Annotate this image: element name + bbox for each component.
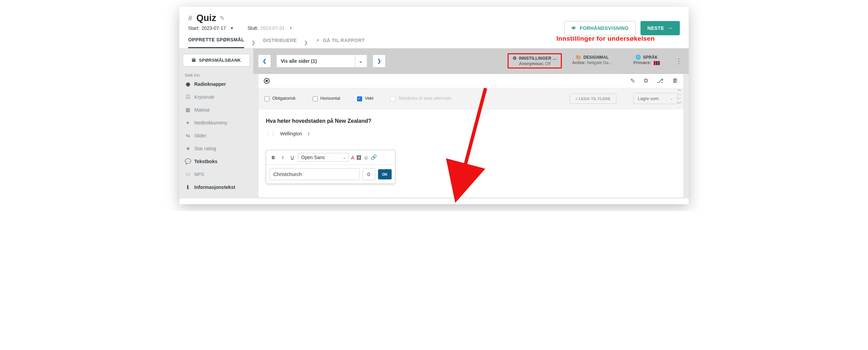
question-body: Hva heter hovedstaden på New Zealand? ⋮⋮… [258, 109, 684, 197]
checkbox-icon [390, 96, 395, 101]
sidebar-item-matrix[interactable]: ▦ Matrise [183, 103, 250, 116]
tab-create-questions[interactable]: OPPRETTE SPØRSMÅL [188, 37, 244, 48]
survey-title: Quiz [196, 13, 216, 23]
font-family-select[interactable]: Open Sans ⌄ [298, 153, 349, 162]
sidebar-item-label: Informasjonstekst [194, 184, 235, 190]
tab-report-label: GÅ TIL RAPPORT [323, 38, 365, 43]
font-family-value: Open Sans [301, 155, 325, 160]
sidebar-item-radio[interactable]: ◉ Radioknapper [183, 78, 250, 91]
checkbox-icon [264, 96, 270, 101]
question-bank-label: SPØRSMÅLSBANK [199, 58, 241, 63]
chevron-down-icon: ▼ [230, 26, 234, 31]
sidebar-item-star[interactable]: ★ Star rating [183, 142, 250, 155]
delete-question-icon[interactable]: 🗑 [672, 77, 678, 84]
sidebar-item-label: Tekstboks [194, 159, 217, 164]
sidebar-item-label: Matrise [194, 107, 210, 113]
slider-icon: ⇆ [185, 133, 191, 139]
star-icon: ★ [185, 145, 191, 152]
sidebar-item-slider[interactable]: ⇆ Slider [183, 129, 250, 142]
sidebar-item-label: NPS [194, 172, 204, 177]
opt-horizontal-label: Horisontal [320, 96, 340, 101]
tab-survey-settings[interactable]: ⚙INNSTILLINGER … Anonymous: Off [508, 53, 562, 69]
underline-button[interactable]: U [289, 153, 296, 161]
answer-row[interactable]: ⋮⋮ Wellington 1 [266, 131, 676, 136]
tab-language[interactable]: 🌐SPRÅK Primære: [619, 53, 674, 69]
chevron-down-icon: ▼ [289, 26, 293, 31]
sidebar-item-checkbox[interactable]: ☑ Kryssrute [183, 91, 250, 103]
end-date-value: 2023-07-31 [260, 25, 285, 31]
checkbox-icon [313, 96, 318, 101]
edit-title-icon[interactable]: ✎ [220, 15, 224, 22]
tab-distribute[interactable]: DISTRIBUERE [263, 38, 297, 48]
sidebar-item-dropdown[interactable]: ▾ Nedtrekksmeny [183, 116, 250, 129]
next-button-label: NESTE [647, 25, 664, 31]
chat-icon: 💬 [185, 158, 191, 164]
end-date-picker[interactable]: Slutt: 2023-07-31 ▼ [248, 25, 293, 31]
save-as-select[interactable]: Lagre som⌄ [633, 93, 677, 104]
insert-link-button[interactable]: 🔗 [371, 154, 377, 160]
duplicate-question-icon[interactable]: ⧉ [644, 77, 648, 84]
collapse-all-up-icon[interactable]: ︽ [677, 87, 682, 92]
annotation-text: Innstillinger for undersøkelsen [556, 35, 655, 42]
flag-norway-icon [654, 61, 660, 65]
answer-label: Wellington [280, 131, 302, 136]
sidebar-item-label: Slider [194, 133, 206, 138]
chevron-down-icon: ⌄ [355, 55, 363, 67]
insert-image-button[interactable]: 🖼 [356, 155, 361, 160]
chevron-right-icon: ❯ [304, 40, 308, 45]
sidebar-item-label: Star rating [194, 146, 216, 151]
preview-button-label: FORHÅNDSVISNING [580, 25, 629, 31]
chevron-down-icon: ⌄ [343, 155, 346, 160]
question-card: ✎ ⧉ ⎇ 🗑 Obligatorisk Horisontal Vekt Tek… [258, 74, 684, 198]
tab-report[interactable]: ↗ GÅ TIL RAPPORT [316, 38, 365, 48]
opt-textbox-last-label: Tekstboks til siste alternativ [398, 96, 452, 101]
opt-mandatory-label: Obligatorisk [272, 96, 296, 101]
collapse-controls: ︽ ︿ ﹀ ︾ [675, 86, 684, 106]
sidebar-item-textbox[interactable]: 💬 Tekstboks [183, 155, 250, 168]
globe-icon: 🌐 [635, 55, 641, 60]
drag-handle-icon[interactable]: ⋮⋮ [266, 131, 276, 136]
matrix-icon: ▦ [185, 107, 191, 113]
tab-settings-title: INNSTILLINGER … [519, 56, 557, 61]
start-date-label: Start: [188, 25, 199, 31]
sidebar-item-label: Kryssrute [194, 94, 214, 100]
question-bank-button[interactable]: 🏛 SPØRSMÅLSBANK [183, 54, 250, 66]
sidebar-item-info[interactable]: ℹ Informasjonstekst [183, 181, 250, 194]
answer-text-input[interactable] [270, 168, 360, 180]
answer-weight-input[interactable] [362, 168, 375, 180]
sidebar-item-nps[interactable]: ⬭ NPS [183, 168, 250, 181]
branch-icon[interactable]: ⎇ [657, 77, 664, 84]
chevron-right-icon: ❯ [252, 40, 255, 45]
library-icon: 🏛 [192, 58, 196, 63]
text-color-button[interactable]: A [351, 155, 354, 160]
ok-button[interactable]: OK [378, 169, 392, 179]
tab-design-template[interactable]: 🎨DESIGNMAL Active: Netigate Ga… [565, 53, 619, 69]
insert-emoji-button[interactable]: ☺ [363, 155, 369, 160]
external-link-icon: ↗ [316, 38, 319, 43]
page-selector[interactable]: Vis alle sider (1) ⌄ [276, 55, 367, 67]
edit-question-icon[interactable]: ✎ [630, 77, 635, 84]
opt-weight[interactable]: Vekt [357, 96, 373, 101]
checkbox-checked-icon [357, 96, 362, 101]
start-date-picker[interactable]: Start: 2023-07-17 ▼ [188, 25, 234, 31]
add-more-button[interactable]: ≡ LEGG TIL FLERE [570, 94, 616, 104]
opt-horizontal[interactable]: Horisontal [313, 96, 340, 101]
more-menu-button[interactable]: ⋮ [674, 53, 684, 69]
sidebar-item-label: Radioknapper [194, 81, 226, 87]
opt-mandatory[interactable]: Obligatorisk [264, 96, 296, 101]
expand-down-icon[interactable]: ﹀ [677, 96, 682, 101]
start-date-value: 2023-07-17 [201, 25, 226, 31]
collapse-up-icon[interactable]: ︿ [677, 92, 682, 96]
expand-all-down-icon[interactable]: ︾ [677, 101, 682, 106]
prev-page-button[interactable]: ❮ [258, 55, 271, 67]
bold-button[interactable]: B [270, 153, 277, 161]
italic-button[interactable]: I [279, 153, 287, 161]
sidebar-item-label: Nedtrekksmeny [194, 120, 227, 125]
sidebar: 🏛 SPØRSMÅLSBANK Sett inn ◉ Radioknapper … [179, 48, 253, 198]
checkbox-icon: ☑ [185, 94, 191, 100]
next-page-button[interactable]: ❯ [373, 55, 386, 67]
question-text: Hva heter hovedstaden på New Zealand? [266, 118, 676, 124]
gauge-icon: ⬭ [185, 171, 191, 177]
tab-settings-sublabel: Anonymous: [519, 61, 544, 66]
page-header: # Quiz ✎ Start: 2023-07-17 ▼ Slutt: 2023… [179, 7, 689, 31]
